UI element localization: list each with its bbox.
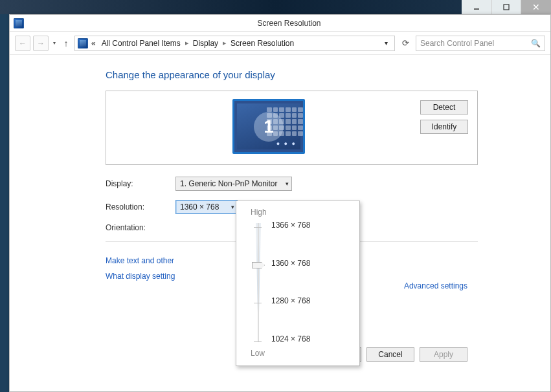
identify-button[interactable]: Identify bbox=[420, 120, 468, 134]
navbar: ← → ▾ ↑ « All Control Panel Items Displa… bbox=[10, 32, 550, 55]
monitor-number-badge: 1 bbox=[254, 112, 284, 142]
search-icon: 🔍 bbox=[531, 39, 541, 48]
slider-low-label: Low bbox=[251, 349, 265, 358]
chevron-right-icon[interactable] bbox=[221, 40, 227, 46]
chevron-right-icon[interactable] bbox=[184, 40, 190, 46]
app-icon bbox=[14, 18, 24, 28]
resolution-combobox[interactable]: 1360 × 768 bbox=[175, 200, 238, 214]
breadcrumb-prefix: « bbox=[89, 39, 98, 48]
nav-back-button[interactable]: ← bbox=[15, 36, 30, 51]
cancel-button[interactable]: Cancel bbox=[366, 347, 414, 362]
breadcrumb-seg[interactable]: All Control Panel Items bbox=[99, 39, 183, 48]
titlebar: Screen Resolution bbox=[10, 15, 550, 32]
svg-rect-1 bbox=[504, 5, 509, 10]
breadcrumb-seg[interactable]: Display bbox=[190, 39, 221, 48]
refresh-button[interactable]: ⟳ bbox=[398, 36, 413, 51]
nav-forward-button[interactable]: → bbox=[33, 36, 49, 51]
window-title: Screen Resolution bbox=[28, 19, 550, 28]
address-icon bbox=[78, 38, 88, 49]
resolution-slider[interactable] bbox=[256, 223, 261, 342]
resolution-option[interactable]: 1024 × 768 bbox=[271, 334, 310, 343]
apply-button[interactable]: Apply bbox=[420, 347, 467, 362]
monitor-thumbnail[interactable]: 1 ● ● ● bbox=[232, 99, 305, 154]
slider-thumb[interactable] bbox=[252, 262, 265, 268]
detect-button[interactable]: Detect bbox=[420, 100, 468, 114]
advanced-settings-link[interactable]: Advanced settings bbox=[404, 281, 467, 290]
search-input[interactable] bbox=[420, 39, 528, 48]
search-box[interactable]: 🔍 bbox=[416, 36, 545, 51]
minimize-button[interactable] bbox=[462, 0, 491, 14]
resolution-option[interactable]: 1366 × 768 bbox=[271, 221, 310, 230]
resolution-value: 1360 × 768 bbox=[180, 202, 219, 212]
monitor-dots-icon: ● ● ● bbox=[276, 140, 297, 147]
chevron-down-icon bbox=[286, 180, 289, 187]
page-heading: Change the appearance of your display bbox=[106, 69, 550, 80]
display-label: Display: bbox=[106, 179, 175, 188]
slider-high-label: High bbox=[251, 208, 350, 217]
display-value: 1. Generic Non-PnP Monitor bbox=[180, 179, 278, 188]
nav-up-button[interactable]: ↑ bbox=[60, 38, 72, 49]
display-combobox[interactable]: 1. Generic Non-PnP Monitor bbox=[175, 177, 292, 191]
resolution-option[interactable]: 1280 × 768 bbox=[271, 296, 310, 305]
display-preview-panel: 1 ● ● ● Detect Identify bbox=[106, 91, 478, 165]
close-button[interactable]: ✕ bbox=[521, 0, 551, 14]
resolution-dropdown-popup[interactable]: High 1366 × 7681360 × 7681280 × 7681024 … bbox=[236, 201, 360, 366]
breadcrumb-seg[interactable]: Screen Resolution bbox=[228, 39, 297, 48]
resolution-option[interactable]: 1360 × 768 bbox=[271, 259, 310, 268]
maximize-button[interactable] bbox=[491, 0, 521, 14]
address-dropdown-icon[interactable] bbox=[385, 39, 392, 47]
nav-history-dropdown[interactable]: ▾ bbox=[51, 40, 58, 46]
resolution-label: Resolution: bbox=[106, 202, 175, 212]
address-bar[interactable]: « All Control Panel Items Display Screen… bbox=[74, 36, 395, 51]
orientation-label: Orientation: bbox=[106, 223, 175, 232]
chevron-down-icon bbox=[231, 204, 234, 210]
